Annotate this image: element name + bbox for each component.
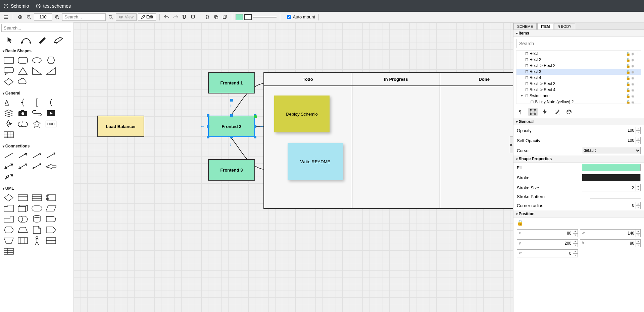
move-left-icon[interactable]: ← bbox=[200, 124, 205, 129]
search-icon[interactable] bbox=[107, 13, 114, 21]
conn-arrow-icon[interactable] bbox=[17, 151, 29, 160]
shape-bracket-icon[interactable] bbox=[31, 98, 43, 107]
target-icon[interactable] bbox=[16, 13, 24, 21]
app-home-link[interactable]: Schemio bbox=[3, 3, 29, 9]
uml-trapezoid-icon[interactable] bbox=[17, 226, 29, 234]
tree-item[interactable]: ❒Rect🔒◉⋮ bbox=[516, 51, 641, 57]
visibility-icon[interactable]: ◉ bbox=[631, 76, 635, 80]
conn-zigzag-icon[interactable] bbox=[3, 173, 15, 181]
section-connections[interactable]: Connections bbox=[0, 142, 73, 150]
zoom-input[interactable] bbox=[34, 13, 52, 21]
shape-button-icon[interactable] bbox=[17, 120, 29, 128]
more-icon[interactable]: ⋮ bbox=[635, 100, 639, 104]
proptab-actions-icon[interactable] bbox=[540, 108, 550, 116]
select-tool-icon[interactable] bbox=[3, 35, 17, 45]
uml-actor-icon[interactable] bbox=[31, 236, 43, 245]
lock-icon[interactable]: 🔒 bbox=[626, 94, 631, 98]
uml-package-icon[interactable] bbox=[3, 204, 15, 213]
tree-item[interactable]: ▾❒Swim Lane🔒◉⋮ bbox=[516, 93, 641, 99]
uml-table3-icon[interactable] bbox=[3, 247, 15, 256]
undo-icon[interactable] bbox=[163, 13, 170, 21]
section-uml[interactable]: UML bbox=[0, 185, 73, 192]
visibility-icon[interactable]: ◉ bbox=[631, 64, 635, 68]
pos-w-input[interactable] bbox=[580, 229, 641, 237]
shape-star-icon[interactable] bbox=[31, 120, 43, 128]
cursor-select[interactable]: default bbox=[582, 147, 641, 154]
section-position[interactable]: Position bbox=[513, 210, 644, 217]
sticky-note-readme[interactable]: Write README bbox=[288, 143, 343, 180]
trash-icon[interactable] bbox=[204, 13, 211, 21]
curve-tool-icon[interactable] bbox=[19, 35, 33, 45]
tree-item[interactable]: ❒Sticky Note (yellow) 2🔒◉⋮ bbox=[516, 99, 641, 104]
uml-diamond-icon[interactable] bbox=[3, 193, 15, 202]
selection-handle[interactable] bbox=[207, 114, 209, 117]
shape-hud-icon[interactable]: HUD bbox=[45, 120, 57, 128]
snap-icon[interactable] bbox=[181, 13, 188, 21]
conn-block-arrow-icon[interactable] bbox=[45, 162, 57, 171]
uml-lens-icon[interactable] bbox=[17, 215, 29, 224]
lock-icon[interactable]: 🔒 bbox=[626, 76, 631, 80]
lock-icon[interactable]: 🔓 bbox=[517, 220, 524, 226]
stroke-color-swatch[interactable] bbox=[244, 14, 252, 20]
stroke-color-picker[interactable] bbox=[582, 174, 641, 181]
uml-class3-icon[interactable] bbox=[31, 193, 43, 202]
lock-icon[interactable]: 🔒 bbox=[626, 82, 631, 86]
uml-tab-icon[interactable] bbox=[3, 215, 15, 224]
visibility-icon[interactable]: ◉ bbox=[631, 52, 635, 56]
swim-lane[interactable]: Todo In Progress Done Deploy Schemio Wri… bbox=[263, 72, 513, 209]
self-opacity-input[interactable] bbox=[582, 137, 641, 144]
sticky-note-deploy[interactable]: Deploy Schemio bbox=[274, 96, 330, 132]
right-panel-collapse-icon[interactable]: ▶ bbox=[510, 136, 513, 153]
conn-arrow-open-icon[interactable] bbox=[31, 151, 43, 160]
items-search-input[interactable] bbox=[516, 39, 641, 48]
uml-tag-icon[interactable] bbox=[45, 226, 57, 234]
conn-double-thin-icon[interactable] bbox=[31, 162, 43, 171]
shape-table-icon[interactable] bbox=[3, 130, 15, 139]
shape-search-input[interactable] bbox=[1, 24, 71, 32]
lock-icon[interactable]: 🔒 bbox=[626, 58, 631, 62]
shape-hexagon-icon[interactable] bbox=[45, 56, 57, 65]
view-mode-button[interactable]: View bbox=[116, 13, 137, 21]
selection-handle[interactable] bbox=[207, 136, 209, 138]
shape-rect-icon[interactable] bbox=[3, 56, 15, 65]
section-shape-props[interactable]: Shape Properties bbox=[513, 155, 644, 163]
move-down-icon[interactable]: ↓ bbox=[230, 142, 232, 147]
shape-diamond-icon[interactable] bbox=[3, 77, 15, 86]
shape-triangle-icon[interactable] bbox=[17, 67, 29, 75]
selection-handle[interactable] bbox=[254, 136, 256, 138]
uml-note-icon[interactable] bbox=[31, 226, 43, 234]
shape-paren-icon[interactable] bbox=[45, 98, 57, 107]
opacity-input[interactable] bbox=[582, 127, 641, 134]
uml-stadium-icon[interactable] bbox=[31, 204, 43, 213]
tab-item[interactable]: ITEM bbox=[537, 23, 553, 29]
snap-off-icon[interactable] bbox=[189, 13, 197, 21]
tree-item[interactable]: ❒Rect 2🔒◉⋮ bbox=[516, 57, 641, 63]
lock-icon[interactable]: 🔒 bbox=[626, 100, 631, 104]
uml-class-icon[interactable] bbox=[17, 193, 29, 202]
node-load-balancer[interactable]: Load Balancer bbox=[97, 116, 144, 137]
section-general[interactable]: General bbox=[0, 89, 73, 97]
pos-y-input[interactable] bbox=[517, 239, 578, 247]
shape-right-triangle2-icon[interactable] bbox=[45, 67, 57, 75]
uml-parallelogram-icon[interactable] bbox=[45, 204, 57, 213]
move-up-icon[interactable]: ↑ bbox=[230, 103, 232, 108]
lock-icon[interactable]: 🔒 bbox=[626, 52, 631, 56]
stroke-size-input[interactable] bbox=[582, 184, 641, 191]
tab-scheme[interactable]: SCHEME bbox=[513, 23, 537, 29]
uml-trap2-icon[interactable] bbox=[3, 236, 15, 245]
node-frontend-1[interactable]: Frontend 1 bbox=[208, 72, 255, 93]
shape-code-icon[interactable]: /> bbox=[3, 120, 15, 128]
shape-brace-left-icon[interactable] bbox=[17, 98, 29, 107]
section-general-props[interactable]: General bbox=[513, 118, 644, 125]
uml-split-icon[interactable] bbox=[17, 236, 29, 245]
more-icon[interactable]: ⋮ bbox=[635, 82, 639, 86]
auto-mount-checkbox[interactable] bbox=[287, 15, 291, 19]
shape-roundrect-icon[interactable] bbox=[17, 56, 29, 65]
visibility-icon[interactable]: ◉ bbox=[631, 94, 635, 98]
section-items[interactable]: Items bbox=[513, 30, 644, 37]
brush-tool-icon[interactable] bbox=[52, 35, 65, 45]
fill-color-swatch[interactable] bbox=[236, 14, 243, 20]
edit-mode-button[interactable]: Edit bbox=[138, 13, 156, 21]
conn-double-icon[interactable] bbox=[3, 162, 15, 171]
more-icon[interactable]: ⋮ bbox=[635, 64, 639, 68]
